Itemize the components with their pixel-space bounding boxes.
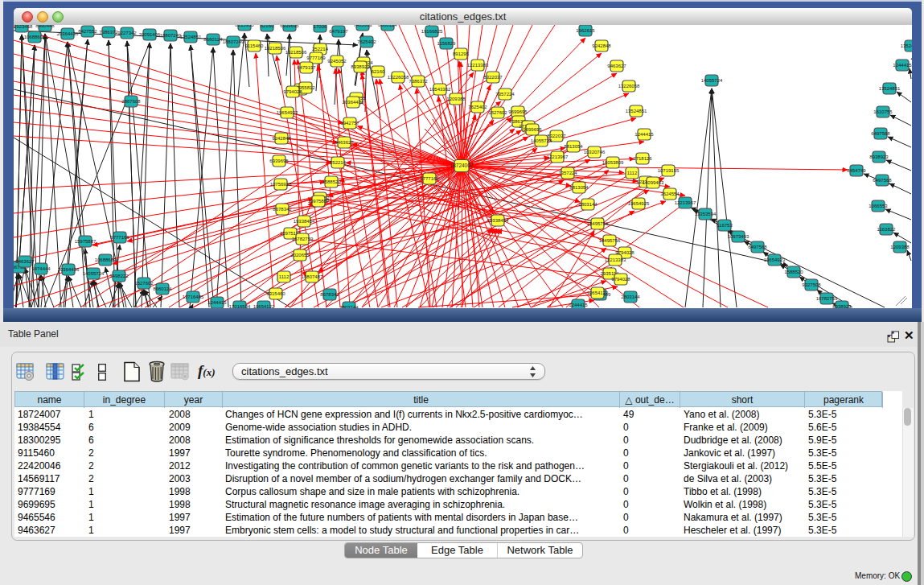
svg-text:9463627: 9463627 [607,64,626,68]
svg-text:8678342: 8678342 [273,207,292,212]
svg-text:18495756: 18495756 [599,238,621,243]
svg-text:6497568: 6497568 [748,245,767,249]
svg-text:3624554: 3624554 [660,192,680,196]
svg-text:1244415: 1244415 [893,63,912,68]
svg-text:19338454: 19338454 [487,218,509,223]
svg-text:8813054: 8813054 [569,185,589,190]
svg-text:116753: 116753 [717,223,733,228]
svg-text:10975887: 10975887 [308,199,330,204]
svg-text:14055724: 14055724 [531,138,552,143]
svg-text:10654122: 10654122 [253,304,275,308]
svg-text:12213383: 12213383 [605,257,626,262]
svg-text:10654122: 10654122 [587,290,609,295]
svg-text:18495756: 18495756 [587,221,609,226]
svg-text:9474444: 9474444 [31,266,51,271]
svg-text:13353594: 13353594 [695,212,717,216]
svg-text:2020655: 2020655 [290,253,310,257]
svg-text:14055724: 14055724 [701,78,723,83]
svg-text:8813054: 8813054 [564,144,583,149]
svg-text:20364436: 20364436 [57,31,79,36]
svg-text:1244415: 1244415 [569,303,588,307]
svg-text:2803144: 2803144 [578,202,598,207]
svg-text:10543362: 10543362 [429,87,451,92]
svg-text:8660124: 8660124 [378,25,397,27]
svg-text:9699695: 9699695 [508,109,528,114]
svg-text:2803144: 2803144 [339,305,359,308]
svg-text:9699695: 9699695 [523,127,542,132]
svg-text:9777169: 9777169 [420,176,439,181]
svg-text:891295: 891295 [453,51,470,56]
svg-text:10973493: 10973493 [728,234,749,239]
svg-text:9794028: 9794028 [611,277,630,282]
svg-text:15975887: 15975887 [75,239,97,244]
svg-text:20364436: 20364436 [58,267,80,272]
svg-text:8938923: 8938923 [351,64,370,69]
svg-text:7625402: 7625402 [357,39,376,44]
svg-text:7485063: 7485063 [353,25,372,27]
svg-text:13226058: 13226058 [388,75,409,80]
svg-text:10688609: 10688609 [95,257,117,262]
svg-text:18724007: 18724007 [450,163,474,168]
svg-text:14055724: 14055724 [83,271,105,276]
svg-text:10807487: 10807487 [302,274,323,279]
svg-text:10320746: 10320746 [584,150,606,154]
svg-text:20364436: 20364436 [343,100,364,105]
svg-text:10756928: 10756928 [270,182,292,187]
svg-text:1962615: 1962615 [576,28,595,33]
svg-text:8990448: 8990448 [35,25,55,28]
svg-text:8660124: 8660124 [153,286,172,291]
svg-text:2718126: 2718126 [633,156,652,161]
svg-text:12923468: 12923468 [14,25,33,29]
svg-text:62160: 62160 [261,25,274,28]
svg-text:1610755: 1610755 [873,109,893,114]
svg-text:10719155: 10719155 [658,168,680,173]
svg-text:2803144: 2803144 [621,295,640,299]
svg-text:1498222: 1498222 [109,274,129,278]
svg-text:13226058: 13226058 [618,84,640,89]
svg-text:8660124: 8660124 [203,37,223,42]
svg-text:9242848: 9242848 [272,136,291,141]
svg-text:13716485: 13716485 [183,295,204,299]
svg-text:7386372: 7386372 [409,79,428,84]
svg-text:9794028: 9794028 [283,89,302,94]
svg-text:13524851: 13524851 [180,35,202,39]
svg-text:6479197: 6479197 [329,29,348,34]
svg-text:6939695: 6939695 [269,159,289,163]
svg-text:6939695: 6939695 [280,25,299,28]
svg-text:9327508: 9327508 [802,282,821,287]
svg-text:1209388: 1209388 [446,97,466,101]
svg-text:6479197: 6479197 [297,65,316,70]
svg-text:1942757: 1942757 [340,121,359,126]
svg-text:252214: 252214 [312,47,329,51]
svg-text:1244415: 1244415 [207,300,227,305]
svg-text:12213967: 12213967 [547,154,569,159]
svg-text:9245052: 9245052 [327,59,347,64]
svg-text:6497568: 6497568 [873,178,892,183]
svg-text:19654925: 19654925 [628,201,650,206]
svg-text:20091406: 20091406 [139,32,161,37]
svg-text:9227342: 9227342 [117,31,137,35]
svg-text:7625402: 7625402 [468,105,487,109]
svg-text:7357224: 7357224 [558,171,577,175]
svg-text:6497568: 6497568 [871,131,890,136]
svg-text:16053809: 16053809 [602,160,624,165]
svg-text:1527602: 1527602 [488,110,507,115]
svg-text:8215955: 8215955 [235,25,254,27]
svg-text:13524851: 13524851 [626,109,647,113]
svg-text:9463627: 9463627 [335,140,354,145]
svg-text:9777169: 9777169 [110,235,129,240]
svg-text:1156829: 1156829 [437,41,457,46]
svg-text:17006: 17006 [314,25,327,29]
svg-text:13524851: 13524851 [901,43,912,48]
svg-text:1066553: 1066553 [869,204,888,208]
svg-text:8678342: 8678342 [320,292,339,297]
svg-text:12213383: 12213383 [467,63,489,68]
svg-text:16782759: 16782759 [292,237,314,241]
svg-text:9777169: 9777169 [306,56,326,60]
svg-text:62160: 62160 [372,69,385,74]
svg-text:17016504: 17016504 [229,304,251,308]
svg-text:2867608: 2867608 [121,99,141,104]
svg-text:1209388: 1209388 [890,245,910,249]
svg-text:13524851: 13524851 [879,86,901,91]
svg-text:1112: 1112 [279,274,290,279]
